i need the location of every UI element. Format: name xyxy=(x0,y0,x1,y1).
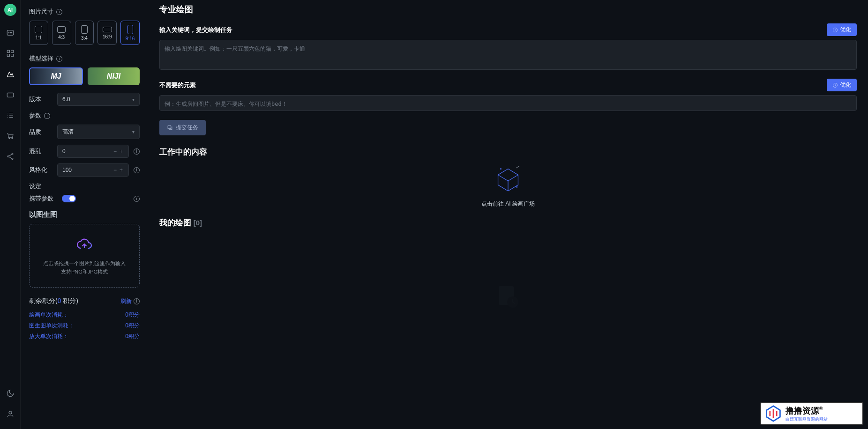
svg-rect-17 xyxy=(168,126,171,129)
credit-row-img2img: 图生图单次消耗：0积分 xyxy=(29,322,140,330)
svg-rect-6 xyxy=(7,54,9,57)
svg-rect-5 xyxy=(11,50,13,52)
nav-user-icon[interactable] xyxy=(5,408,16,420)
svg-point-1 xyxy=(8,32,9,33)
settings-label: 设定 xyxy=(29,182,140,191)
image-size-label: 图片尺寸 i xyxy=(29,7,140,16)
svg-point-14 xyxy=(9,411,12,414)
carry-params-label: 携带参数 xyxy=(29,194,57,203)
upload-text-1: 点击或拖拽一个图片到这里作为输入 xyxy=(35,259,134,268)
nav-theme-icon[interactable] xyxy=(5,388,16,399)
model-selector: MJ NIJI xyxy=(29,67,140,85)
chaos-input[interactable]: 0 −+ xyxy=(57,145,129,158)
credits-section: 剩余积分(0 积分) 刷新 i 绘画单次消耗：0积分 图生图单次消耗：0积分 放… xyxy=(29,297,140,340)
svg-rect-7 xyxy=(11,54,13,57)
nav-apps-icon[interactable] xyxy=(5,48,16,59)
ratio-3-4[interactable]: 3:4 xyxy=(75,21,94,45)
plus-icon[interactable]: + xyxy=(119,148,124,155)
optimize-prompt-button[interactable]: 优化 xyxy=(827,23,857,36)
prompt-textarea[interactable] xyxy=(159,40,857,70)
ratio-1-1[interactable]: 1:1 xyxy=(29,21,48,45)
version-select[interactable]: 6.0▾ xyxy=(57,93,140,106)
img2img-label: 以图生图 xyxy=(29,210,140,219)
svg-point-9 xyxy=(9,138,10,139)
watermark-badge: 撸撸资源® 白嫖互联网资源的网站 xyxy=(760,402,863,425)
icon-sidebar: AI xyxy=(0,0,21,429)
app-logo: AI xyxy=(4,4,16,16)
settings-sidebar: 图片尺寸 i 1:1 4:3 3:4 16:9 9:16 模型选择 i MJ N… xyxy=(21,0,148,429)
nav-chat-icon[interactable] xyxy=(5,27,16,38)
version-label: 版本 xyxy=(29,95,52,104)
nav-share-icon[interactable] xyxy=(5,151,16,162)
optimize-negative-button[interactable]: 优化 xyxy=(827,79,857,91)
stylize-label: 风格化 xyxy=(29,166,52,174)
ratio-4-3[interactable]: 4:3 xyxy=(52,21,71,45)
model-select-label: 模型选择 i xyxy=(29,54,140,63)
carry-params-toggle[interactable] xyxy=(62,195,76,202)
svg-point-10 xyxy=(12,138,13,139)
credits-label: 剩余积分(0 积分) xyxy=(29,297,78,305)
svg-point-11 xyxy=(12,153,13,155)
info-icon[interactable]: i xyxy=(44,113,50,119)
params-label: 参数 i xyxy=(29,111,140,120)
page-title: 专业绘图 xyxy=(159,4,857,15)
credit-row-draw: 绘画单次消耗：0积分 xyxy=(29,311,140,319)
upload-dropzone[interactable]: 点击或拖拽一个图片到这里作为输入 支持PNG和JPG格式 xyxy=(29,224,140,288)
svg-point-12 xyxy=(7,156,9,157)
info-icon[interactable]: i xyxy=(56,9,62,15)
info-icon[interactable]: i xyxy=(134,167,140,173)
credit-row-upscale: 放大单次消耗：0积分 xyxy=(29,333,140,340)
svg-rect-8 xyxy=(7,93,14,97)
main-content: 专业绘图 输入关键词，提交绘制任务 优化 不需要的元素 优化 xyxy=(148,0,868,429)
info-icon[interactable]: i xyxy=(134,298,140,304)
info-icon[interactable]: i xyxy=(134,196,140,202)
ratio-16-9[interactable]: 16:9 xyxy=(97,21,117,45)
prompt-label: 输入关键词，提交绘制任务 xyxy=(159,26,232,34)
goto-gallery-link[interactable]: 点击前往 AI 绘画广场 xyxy=(159,200,857,208)
submit-task-button[interactable]: 提交任务 xyxy=(159,120,206,135)
nav-draw-icon[interactable] xyxy=(5,68,16,80)
info-icon[interactable]: i xyxy=(134,148,140,155)
model-niji[interactable]: NIJI xyxy=(88,67,140,85)
nav-cart-icon[interactable] xyxy=(5,130,16,141)
svg-point-2 xyxy=(10,32,11,33)
minus-icon[interactable]: − xyxy=(112,167,118,173)
svg-point-13 xyxy=(12,158,13,160)
chaos-label: 混乱 xyxy=(29,147,52,155)
minus-icon[interactable]: − xyxy=(112,148,118,155)
nav-list-icon[interactable] xyxy=(5,110,16,121)
ratio-9-16[interactable]: 9:16 xyxy=(120,21,140,45)
svg-point-19 xyxy=(516,186,517,187)
plus-icon[interactable]: + xyxy=(119,167,124,173)
quality-label: 品质 xyxy=(29,128,52,136)
info-icon[interactable]: i xyxy=(56,56,62,62)
negative-textarea[interactable] xyxy=(159,95,857,111)
negative-label: 不需要的元素 xyxy=(159,81,196,89)
quality-select[interactable]: 高清▾ xyxy=(57,125,140,139)
working-content-title: 工作中的内容 xyxy=(159,147,857,157)
nav-wallet-icon[interactable] xyxy=(5,89,16,100)
refresh-button[interactable]: 刷新 i xyxy=(120,297,140,305)
aspect-ratio-selector: 1:1 4:3 3:4 16:9 9:16 xyxy=(29,21,140,45)
model-mj[interactable]: MJ xyxy=(29,67,83,85)
svg-rect-4 xyxy=(7,50,9,52)
upload-text-2: 支持PNG和JPG格式 xyxy=(35,268,134,276)
svg-point-18 xyxy=(501,169,501,170)
svg-point-3 xyxy=(11,32,12,33)
my-drawings-title: 我的绘图 [0] xyxy=(159,217,857,228)
stylize-input[interactable]: 100 −+ xyxy=(57,163,129,177)
